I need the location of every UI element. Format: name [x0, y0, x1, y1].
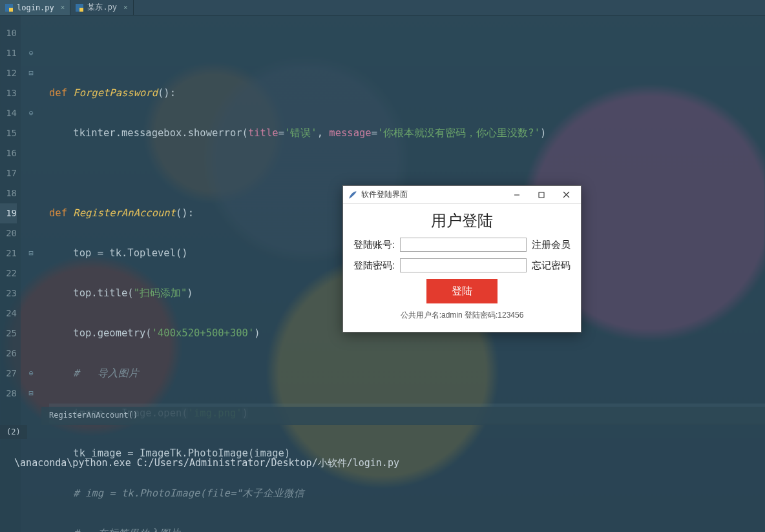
dialog-body: 用户登陆 登陆账号: 注册会员 登陆密码: 忘记密码 登陆 公共用户名:admi…	[343, 204, 581, 321]
close-icon[interactable]: ×	[123, 3, 128, 12]
dialog-titlebar[interactable]: 软件登陆界面	[343, 186, 581, 204]
python-file-icon	[76, 4, 83, 12]
tk-feather-icon	[348, 190, 357, 200]
label-account: 登陆账号:	[353, 239, 395, 251]
login-dialog: 软件登陆界面 用户登陆 登陆账号: 注册会员 登陆密码: 忘记密码 登陆 公共用…	[342, 185, 582, 332]
input-account[interactable]	[400, 238, 527, 252]
editor-tabbar: login.py × 某东.py ×	[0, 0, 765, 15]
input-password[interactable]	[400, 258, 527, 272]
label-password: 登陆密码:	[353, 260, 395, 272]
minimize-button[interactable]	[505, 187, 529, 203]
dialog-footer: 公共用户名:admin 登陆密码:123456	[353, 310, 571, 321]
run-tab[interactable]: (2)	[0, 425, 27, 439]
python-file-icon	[5, 4, 13, 12]
close-button[interactable]	[554, 187, 578, 203]
tab-login-py[interactable]: login.py ×	[0, 0, 70, 15]
tab-label: 某东.py	[87, 2, 117, 13]
row-password: 登陆密码: 忘记密码	[353, 258, 571, 272]
svg-rect-1	[9, 8, 13, 12]
link-forgot[interactable]: 忘记密码	[532, 260, 571, 272]
breadcrumb[interactable]: RegisterAnAccount()	[41, 407, 765, 425]
link-register[interactable]: 注册会员	[532, 239, 571, 251]
dialog-heading: 用户登陆	[353, 210, 571, 231]
svg-rect-5	[539, 192, 544, 198]
dialog-title: 软件登陆界面	[361, 189, 505, 200]
login-button[interactable]: 登陆	[426, 279, 498, 303]
run-output: \anaconda\python.exe C:/Users/Administra…	[0, 439, 765, 476]
tab-label: login.py	[17, 3, 54, 12]
tab-moudong-py[interactable]: 某东.py ×	[70, 0, 133, 15]
svg-rect-3	[79, 8, 83, 12]
close-icon[interactable]: ×	[61, 3, 65, 12]
row-account: 登陆账号: 注册会员	[353, 238, 571, 252]
maximize-button[interactable]	[529, 187, 554, 203]
